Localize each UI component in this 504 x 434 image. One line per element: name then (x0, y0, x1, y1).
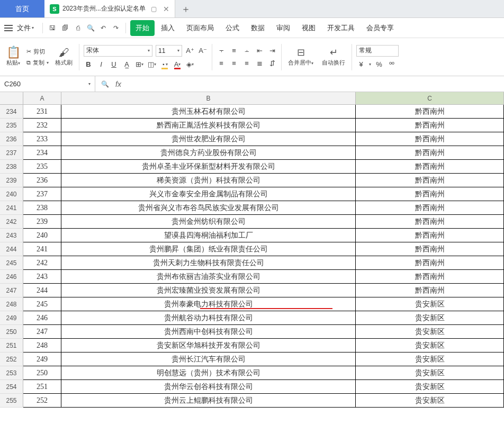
cell-c[interactable]: 黔西南州 (356, 270, 504, 284)
col-header-c[interactable]: C (356, 92, 504, 105)
cell-c[interactable]: 贵安新区 (356, 297, 504, 311)
col-header-a[interactable]: A (23, 92, 61, 105)
home-tab[interactable]: 首页 (0, 0, 44, 17)
wrap-text-label[interactable]: 自动换行 (322, 59, 345, 67)
font-size-select[interactable]: 11▾ (156, 45, 182, 57)
cell-b[interactable]: 贵州金州纺织有限公司 (61, 215, 356, 229)
wrap-text-icon[interactable]: ↵ (328, 47, 339, 58)
select-all-corner[interactable] (0, 92, 23, 105)
increase-font-icon[interactable]: A⁺ (185, 46, 195, 56)
row-header[interactable]: 249 (0, 311, 23, 325)
cell-c[interactable]: 黔西南州 (356, 187, 504, 201)
row-header[interactable]: 242 (0, 215, 23, 229)
font-color-icon[interactable]: A▾ (173, 60, 182, 69)
row-header[interactable]: 252 (0, 352, 23, 366)
hamburger-icon[interactable] (4, 25, 13, 31)
redo-icon[interactable]: ↷ (111, 23, 121, 33)
decrease-indent-icon[interactable]: ⇤ (255, 46, 264, 56)
row-header[interactable]: 254 (0, 380, 23, 394)
align-center-icon[interactable]: ≡ (229, 59, 239, 68)
row-header[interactable]: 247 (0, 284, 23, 297)
cell-b[interactable]: 贵州省兴义市布谷鸟民族实业发展有限公司 (61, 201, 356, 215)
row-header[interactable]: 245 (0, 256, 23, 270)
cell-c[interactable]: 贵安新区 (356, 325, 504, 339)
menu-tab-5[interactable]: 审阅 (271, 20, 295, 36)
cell-b[interactable]: 贵州世农肥业有限公司 (61, 132, 356, 146)
cell-c[interactable]: 黔西南州 (356, 284, 504, 297)
paste-label[interactable]: 粘贴▾ (6, 59, 20, 67)
row-header[interactable]: 238 (0, 160, 23, 174)
cell-b[interactable]: 贵州天刺力生物科技有限责任公司 (61, 256, 356, 270)
cell-c[interactable]: 黔西南州 (356, 132, 504, 146)
cell-a[interactable]: 231 (23, 105, 61, 119)
italic-button[interactable]: I (96, 60, 106, 69)
row-header[interactable]: 248 (0, 297, 23, 311)
cell-a[interactable]: 246 (23, 311, 61, 325)
cell-c[interactable]: 贵安新区 (356, 311, 504, 325)
strikethrough-icon[interactable]: A̲ (122, 60, 131, 69)
cell-b[interactable]: 贵州长江汽车有限公司 (61, 352, 356, 366)
cell-b[interactable]: 贵州玉林石材有限公司 (61, 105, 356, 119)
align-top-icon[interactable]: ⫟ (217, 46, 226, 56)
format-painter-label[interactable]: 格式刷 (55, 59, 73, 67)
col-header-b[interactable]: B (61, 92, 356, 105)
cell-a[interactable]: 236 (23, 174, 61, 187)
cell-a[interactable]: 250 (23, 366, 61, 380)
cell-b[interactable]: 贵州泰豪电力科技有限公司 (61, 297, 356, 311)
menu-tab-6[interactable]: 视图 (296, 20, 321, 36)
save-as-icon[interactable]: 🗐 (60, 23, 70, 33)
cell-a[interactable]: 247 (23, 325, 61, 339)
align-left-icon[interactable]: ≡ (217, 59, 226, 68)
cell-a[interactable]: 251 (23, 380, 61, 394)
save-icon[interactable]: 🖫 (47, 23, 58, 33)
cell-c[interactable]: 黔西南州 (356, 160, 504, 174)
fill-color-icon[interactable]: 🞍▾ (160, 60, 169, 69)
percent-icon[interactable]: % (374, 60, 384, 69)
cell-c[interactable]: 黔西南州 (356, 146, 504, 160)
cell-b[interactable]: 贵州华云创谷科技有限公司 (61, 380, 356, 394)
window-restore-icon[interactable]: ▢ (151, 5, 157, 13)
row-header[interactable]: 244 (0, 242, 23, 256)
menu-tab-3[interactable]: 公式 (220, 20, 245, 36)
cell-a[interactable]: 240 (23, 229, 61, 242)
align-bottom-icon[interactable]: ⫠ (242, 46, 251, 56)
close-icon[interactable]: ✕ (163, 5, 169, 13)
row-header[interactable]: 255 (0, 394, 23, 408)
cell-b[interactable]: 贵州布依丽吉油茶实业有限公司 (61, 270, 356, 284)
font-name-select[interactable]: 宋体▾ (84, 45, 152, 57)
name-box[interactable]: C260▾ (0, 76, 95, 92)
cell-a[interactable]: 245 (23, 297, 61, 311)
merge-center-label[interactable]: 合并居中▾ (288, 59, 313, 67)
cell-b[interactable]: 贵州西南中创科技有限公司 (61, 325, 356, 339)
cell-a[interactable]: 252 (23, 394, 61, 408)
cell-style-icon[interactable]: ◫▾ (147, 60, 157, 69)
menu-tab-2[interactable]: 页面布局 (181, 20, 219, 36)
align-middle-icon[interactable]: ≡ (229, 46, 239, 56)
cell-a[interactable]: 249 (23, 352, 61, 366)
cell-c[interactable]: 黔西南州 (356, 174, 504, 187)
borders-icon[interactable]: ⊞▾ (134, 60, 144, 69)
row-header[interactable]: 239 (0, 174, 23, 187)
row-header[interactable]: 237 (0, 146, 23, 160)
cell-c[interactable]: 贵安新区 (356, 339, 504, 352)
cell-a[interactable]: 233 (23, 132, 61, 146)
cell-c[interactable]: 贵安新区 (356, 380, 504, 394)
cell-a[interactable]: 242 (23, 256, 61, 270)
clear-format-icon[interactable]: ◈▾ (185, 60, 195, 69)
cell-c[interactable]: 黔西南州 (356, 242, 504, 256)
row-header[interactable]: 234 (0, 105, 23, 119)
cell-c[interactable]: 贵安新区 (356, 366, 504, 380)
underline-button[interactable]: U (109, 60, 119, 69)
cell-c[interactable]: 黔西南州 (356, 201, 504, 215)
menu-tab-1[interactable]: 插入 (156, 20, 180, 36)
cell-c[interactable]: 贵安新区 (356, 394, 504, 408)
cell-b[interactable]: 贵州鹏昇（集团）纸业有限责任公司 (61, 242, 356, 256)
menu-tab-0[interactable]: 开始 (130, 20, 155, 36)
undo-icon[interactable]: ↶ (98, 23, 109, 33)
currency-icon[interactable]: ¥ (356, 60, 366, 69)
menu-tab-8[interactable]: 会员专享 (361, 20, 399, 36)
row-header[interactable]: 241 (0, 201, 23, 215)
cell-b[interactable]: 望谟县四海桐油福利加工厂 (61, 229, 356, 242)
row-header[interactable]: 240 (0, 187, 23, 201)
new-tab-button[interactable]: ＋ (175, 0, 196, 17)
